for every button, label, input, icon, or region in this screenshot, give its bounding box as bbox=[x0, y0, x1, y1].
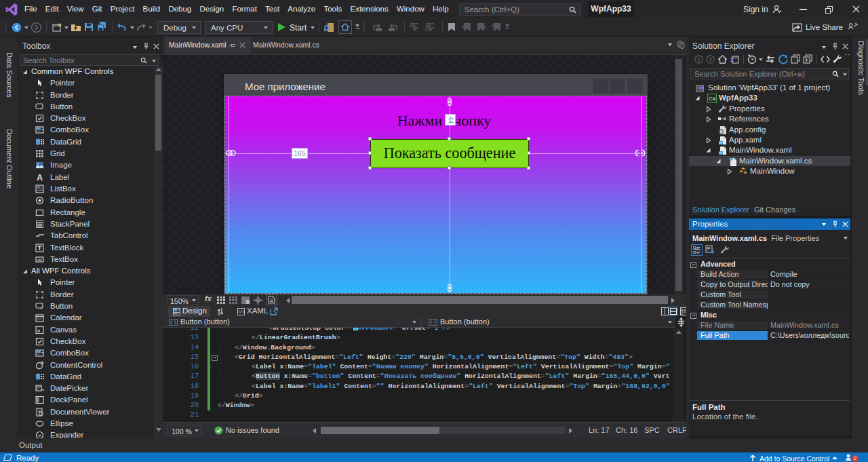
svg-text:abl: abl bbox=[37, 258, 42, 262]
svg-text:A: A bbox=[37, 173, 43, 182]
svg-text:C#: C# bbox=[709, 96, 716, 102]
